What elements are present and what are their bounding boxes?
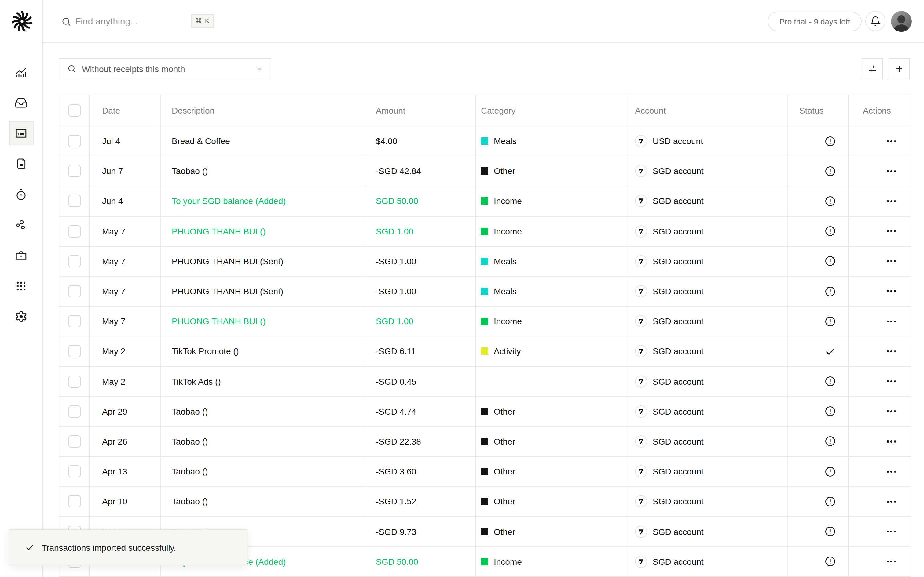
row-actions-menu-button[interactable] xyxy=(887,501,896,503)
transaction-description[interactable]: Taobao () xyxy=(161,156,365,186)
transaction-category-cell[interactable]: Other xyxy=(476,487,628,517)
transaction-category-cell[interactable]: Meals xyxy=(476,247,628,277)
transaction-description[interactable]: PHUONG THANH BUI (Sent) xyxy=(161,277,365,306)
filter-lines-icon[interactable] xyxy=(254,64,264,74)
transaction-date[interactable]: May 7 xyxy=(90,216,161,247)
transaction-description[interactable]: To your SGD balance (Added) xyxy=(161,187,365,216)
column-header-actions[interactable]: Actions xyxy=(849,95,911,126)
row-checkbox[interactable] xyxy=(68,285,80,297)
transaction-category-cell[interactable]: Other xyxy=(476,427,628,457)
transaction-status-cell xyxy=(788,306,849,337)
row-actions-menu-button[interactable] xyxy=(887,170,896,172)
column-header-amount[interactable]: Amount xyxy=(365,95,476,126)
transaction-amount: -SGD 1.00 xyxy=(365,277,476,306)
app-logo-icon[interactable] xyxy=(10,9,34,34)
search-icon[interactable] xyxy=(61,16,71,27)
global-search-input[interactable]: Find anything... xyxy=(75,16,138,26)
transaction-date[interactable]: May 7 xyxy=(90,277,161,306)
transaction-category-cell[interactable]: Activity xyxy=(476,337,628,367)
row-actions-menu-button[interactable] xyxy=(887,440,896,442)
add-transaction-button[interactable] xyxy=(888,58,910,79)
sidebar-item-apps[interactable] xyxy=(0,271,42,301)
column-header-account[interactable]: Account xyxy=(628,95,788,126)
transaction-description[interactable]: Taobao () xyxy=(161,457,365,487)
row-actions-menu-button[interactable] xyxy=(887,260,896,262)
transaction-category-cell[interactable]: Other xyxy=(476,156,628,186)
notifications-button[interactable] xyxy=(865,11,885,31)
transaction-description[interactable]: Bread & Coffee xyxy=(161,126,365,156)
row-checkbox[interactable] xyxy=(68,435,80,448)
row-actions-menu-button[interactable] xyxy=(887,320,896,322)
row-actions-menu-button[interactable] xyxy=(887,561,896,562)
sidebar-item-tracker[interactable] xyxy=(0,179,42,210)
sidebar-item-overview[interactable] xyxy=(0,57,42,87)
transaction-category-cell[interactable]: Income xyxy=(476,216,628,247)
transaction-date[interactable]: Apr 29 xyxy=(90,396,161,427)
transaction-category-cell[interactable]: Meals xyxy=(476,126,628,156)
transaction-description[interactable]: Taobao () xyxy=(161,396,365,427)
row-checkbox[interactable] xyxy=(68,195,80,207)
row-checkbox[interactable] xyxy=(68,225,80,237)
transaction-category-cell[interactable] xyxy=(476,367,628,396)
row-checkbox[interactable] xyxy=(68,465,80,477)
transaction-date[interactable]: Apr 10 xyxy=(90,487,161,517)
transaction-description[interactable]: PHUONG THANH BUI () xyxy=(161,306,365,337)
transaction-description[interactable]: PHUONG THANH BUI (Sent) xyxy=(161,247,365,277)
transaction-description[interactable]: Taobao () xyxy=(161,427,365,457)
transaction-description[interactable]: Taobao () xyxy=(161,487,365,517)
transaction-date[interactable]: May 2 xyxy=(90,367,161,396)
transaction-description[interactable]: PHUONG THANH BUI () xyxy=(161,216,365,247)
row-actions-menu-button[interactable] xyxy=(887,380,896,382)
column-header-status[interactable]: Status xyxy=(788,95,849,126)
transaction-date[interactable]: Apr 26 xyxy=(90,427,161,457)
transaction-category-cell[interactable]: Other xyxy=(476,457,628,487)
row-actions-menu-button[interactable] xyxy=(887,471,896,472)
transaction-date[interactable]: May 7 xyxy=(90,247,161,277)
column-settings-button[interactable] xyxy=(862,58,883,79)
sidebar-item-vault[interactable] xyxy=(0,240,42,271)
row-actions-menu-button[interactable] xyxy=(887,230,896,232)
transaction-date[interactable]: Apr 13 xyxy=(90,457,161,487)
user-avatar[interactable] xyxy=(891,11,912,32)
transaction-description[interactable]: TikTok Promote () xyxy=(161,337,365,367)
row-actions-menu-button[interactable] xyxy=(887,200,896,202)
transaction-actions-cell xyxy=(849,427,911,457)
transactions-filter-input[interactable]: Without receipts this month xyxy=(59,58,271,79)
row-actions-menu-button[interactable] xyxy=(887,530,896,532)
transaction-category-cell[interactable]: Income xyxy=(476,187,628,216)
row-actions-menu-button[interactable] xyxy=(887,410,896,412)
account-name: SGD account xyxy=(653,437,704,446)
sidebar-item-settings[interactable] xyxy=(0,301,42,332)
sidebar-item-inbox[interactable] xyxy=(0,87,42,118)
row-checkbox[interactable] xyxy=(68,255,80,268)
row-checkbox[interactable] xyxy=(68,495,80,508)
column-header-category[interactable]: Category xyxy=(476,95,628,126)
row-actions-menu-button[interactable] xyxy=(887,290,896,292)
column-header-date[interactable]: Date xyxy=(90,95,161,126)
row-checkbox[interactable] xyxy=(68,375,80,387)
sidebar-item-invoices[interactable] xyxy=(0,148,42,179)
row-actions-menu-button[interactable] xyxy=(887,350,896,352)
transaction-category-cell[interactable]: Income xyxy=(476,547,628,577)
sidebar-item-customers[interactable] xyxy=(0,210,42,240)
pro-trial-button[interactable]: Pro trial - 9 days left xyxy=(768,11,862,31)
transaction-date[interactable]: May 2 xyxy=(90,337,161,367)
transaction-description[interactable]: TikTok Ads () xyxy=(161,367,365,396)
transaction-category-cell[interactable]: Income xyxy=(476,306,628,337)
transaction-category-cell[interactable]: Other xyxy=(476,517,628,547)
row-checkbox[interactable] xyxy=(68,405,80,417)
row-checkbox[interactable] xyxy=(68,345,80,358)
column-header-description[interactable]: Description xyxy=(161,95,365,126)
sidebar-item-transactions[interactable] xyxy=(0,118,42,148)
row-actions-menu-button[interactable] xyxy=(887,140,896,142)
row-checkbox[interactable] xyxy=(68,315,80,327)
row-checkbox[interactable] xyxy=(68,165,80,177)
transaction-category-cell[interactable]: Meals xyxy=(476,277,628,306)
transaction-date[interactable]: Jul 4 xyxy=(90,126,161,156)
select-all-checkbox[interactable] xyxy=(68,105,80,117)
transaction-category-cell[interactable]: Other xyxy=(476,396,628,427)
row-checkbox[interactable] xyxy=(68,135,80,147)
transaction-date[interactable]: May 7 xyxy=(90,306,161,337)
transaction-date[interactable]: Jun 7 xyxy=(90,156,161,186)
transaction-date[interactable]: Jun 4 xyxy=(90,187,161,216)
